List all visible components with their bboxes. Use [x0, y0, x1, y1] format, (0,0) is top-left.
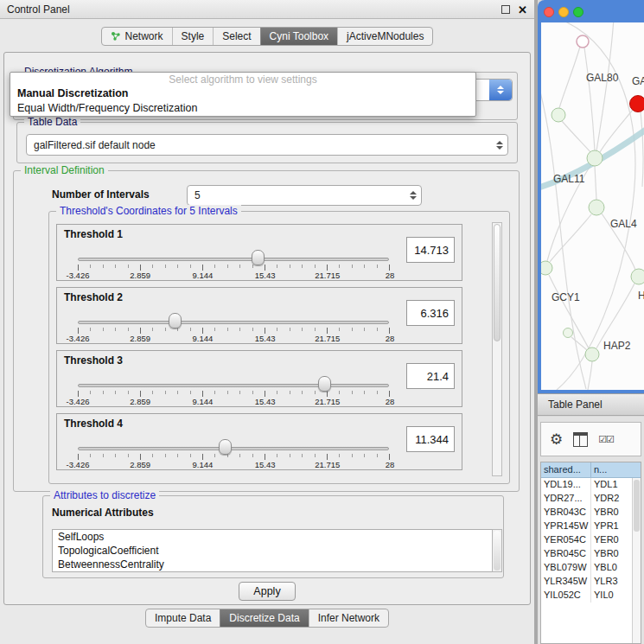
thresholds-group: Threshold's Coordinates for 5 Intervals …	[48, 211, 510, 484]
scrollbar-thumb[interactable]	[634, 480, 640, 532]
network-canvas[interactable]: GAL80 GAL11 GAL4 GCY1 HAP2 GA H	[541, 22, 644, 390]
scrollbar-thumb[interactable]	[494, 531, 501, 571]
network-node[interactable]	[587, 150, 603, 166]
tab-label: Impute Data	[155, 612, 211, 624]
network-node[interactable]	[541, 261, 552, 275]
tab-impute-data[interactable]: Impute Data	[146, 609, 220, 627]
table-row[interactable]: YLR345W YLR3	[541, 575, 641, 589]
table-row[interactable]: YIL052C YIL0	[541, 589, 641, 603]
table-panel-header[interactable]: Table Panel	[538, 393, 644, 416]
group-title: Threshold's Coordinates for 5 Intervals	[56, 205, 241, 217]
scale-label: 9.144	[193, 397, 214, 406]
close-window-icon[interactable]	[544, 7, 554, 17]
up-arrow-icon	[497, 86, 504, 89]
thresholds-scrollbar[interactable]	[492, 222, 502, 476]
table-row[interactable]: YBL079W YBL0	[541, 561, 641, 575]
slider-thumb[interactable]	[318, 376, 331, 392]
slider-thumb[interactable]	[252, 250, 265, 265]
column-header-name[interactable]: n...	[591, 462, 641, 478]
down-arrow-icon	[497, 91, 504, 94]
table-row[interactable]: YBR043C YBR0	[541, 506, 641, 520]
threshold-4-value-field[interactable]: 11.344	[406, 426, 455, 452]
gear-icon[interactable]: ⚙	[550, 432, 563, 447]
table-row[interactable]: YDR27... YDR2	[541, 492, 641, 506]
network-node[interactable]	[631, 269, 644, 284]
tab-network[interactable]: Network	[102, 28, 172, 45]
list-item[interactable]: SelfLoops	[53, 530, 501, 544]
down-arrow-icon	[496, 146, 503, 150]
attributes-group: Attributes to discretize Numerical Attri…	[42, 495, 504, 578]
combo-stepper-icon	[408, 189, 418, 201]
zoom-window-icon[interactable]	[573, 7, 583, 17]
select-checkboxes-icon[interactable]: ☑☑	[598, 435, 614, 444]
tab-label: Style	[182, 30, 205, 42]
close-icon[interactable]: ✕	[518, 4, 527, 16]
table-row[interactable]: YER054C YER0	[541, 533, 641, 547]
scale-label: 2.859	[130, 397, 150, 406]
minimize-window-icon[interactable]	[558, 7, 569, 17]
combo-stepper-icon[interactable]	[489, 80, 512, 100]
threshold-4-slider[interactable]	[78, 447, 389, 450]
popup-item-manual-discretization[interactable]: Manual Discretization	[10, 86, 475, 101]
float-window-icon[interactable]	[501, 5, 510, 14]
table-scrollbar[interactable]	[632, 478, 641, 643]
attributes-list-scrollbar[interactable]	[492, 529, 502, 572]
tab-select[interactable]: Select	[213, 28, 259, 45]
number-of-intervals-label: Number of Intervals	[52, 188, 150, 201]
tab-style[interactable]: Style	[172, 28, 214, 45]
threshold-2-slider[interactable]	[78, 321, 389, 324]
slider-ticks	[78, 454, 390, 460]
tab-label: Infer Network	[318, 612, 379, 624]
table-panel-title: Table Panel	[548, 399, 603, 411]
slider-scale: -3.4262.8599.14415.4321.71528	[78, 460, 390, 469]
scale-label: 2.859	[130, 460, 150, 469]
scale-label: 15.43	[255, 397, 276, 406]
threshold-3-value-field[interactable]: 21.4	[406, 363, 455, 389]
tab-infer-network[interactable]: Infer Network	[309, 609, 388, 627]
table-row[interactable]: YDL19... YDL1	[541, 478, 641, 492]
scale-label: 28	[386, 397, 395, 406]
number-of-intervals-combobox[interactable]: 5	[187, 185, 422, 206]
scrollbar-thumb[interactable]	[494, 224, 501, 341]
numerical-attributes-label: Numerical Attributes	[52, 507, 154, 519]
table-data-combobox[interactable]: galFiltered.sif default node	[26, 134, 508, 156]
slider-scale: -3.4262.8599.14415.4321.71528	[78, 271, 390, 280]
popup-item-equal-width-frequency[interactable]: Equal Width/Frequency Discretization	[10, 101, 475, 116]
scale-label: 15.43	[255, 460, 276, 469]
scale-label: 9.144	[193, 271, 214, 280]
threshold-1-value-field[interactable]: 14.713	[406, 237, 455, 263]
network-node-selected[interactable]	[630, 96, 644, 112]
network-node[interactable]	[585, 348, 599, 361]
panel-title: Control Panel	[7, 3, 70, 16]
table-row[interactable]: YPR145W YPR1	[541, 520, 641, 533]
network-node[interactable]	[552, 108, 565, 122]
columns-icon[interactable]	[573, 432, 588, 447]
table-rows: YDL19... YDL1 YDR27... YDR2 YBR043C YBR0…	[541, 478, 641, 603]
tab-jactivemnodules[interactable]: jActiveMNodules	[337, 28, 432, 45]
column-header-shared-name[interactable]: shared...	[541, 462, 591, 478]
list-item[interactable]: TopologicalCoefficient	[53, 544, 501, 558]
threshold-label: Threshold 1	[64, 228, 123, 240]
network-node[interactable]	[589, 200, 604, 215]
numerical-attributes-list[interactable]: SelfLoopsTopologicalCoefficientBetweenne…	[52, 529, 501, 572]
node-label: HAP2	[603, 340, 631, 352]
apply-button[interactable]: Apply	[239, 582, 296, 601]
cyni-toolbox-panel: Discretization Algorithm Select algorith…	[3, 52, 531, 605]
slider-thumb[interactable]	[169, 313, 182, 328]
tab-cyni-toolbox[interactable]: Cyni Toolbox	[260, 28, 337, 45]
tab-discretize-data[interactable]: Discretize Data	[220, 609, 308, 627]
list-item[interactable]: BetweennessCentrality	[53, 558, 501, 571]
threshold-2-value-field[interactable]: 6.316	[406, 300, 455, 326]
network-node[interactable]	[564, 328, 573, 338]
scale-label: 21.715	[315, 271, 340, 280]
top-tab-bar: Network Style Select Cyni Toolbox jActiv…	[0, 27, 534, 46]
node-label: GAL4	[610, 218, 637, 230]
table-row[interactable]: YBR045C YBR0	[541, 547, 641, 561]
node-label: GA	[632, 75, 644, 87]
network-node[interactable]	[577, 35, 589, 48]
threshold-3-slider[interactable]	[78, 384, 389, 387]
scale-label: -3.426	[67, 271, 90, 280]
slider-thumb[interactable]	[219, 439, 232, 455]
threshold-4-panel: Threshold 4 -3.4262.8599.14415.4321.7152…	[56, 413, 462, 470]
threshold-1-slider[interactable]	[78, 258, 389, 261]
